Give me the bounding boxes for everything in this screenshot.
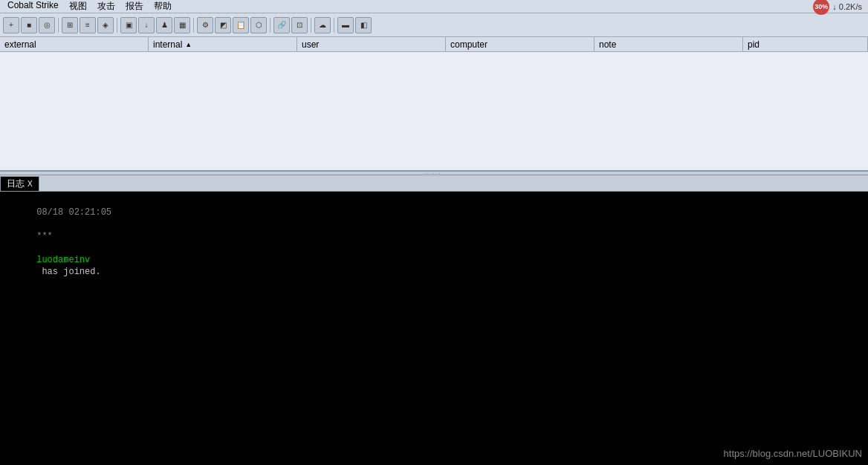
tab-log[interactable]: 日志 X	[0, 176, 39, 191]
toolbar-sep-1	[58, 18, 59, 33]
menu-help[interactable]: 帮助	[149, 0, 176, 13]
col-pid-label: pid	[748, 39, 760, 50]
toolbar-sep-6	[334, 18, 334, 33]
toolbar-cube-btn[interactable]: ◧	[355, 17, 372, 33]
app-window: Cobalt Strike 视图 攻击 报告 帮助 30% ↓ 0.2K/s +…	[0, 0, 868, 465]
col-pid[interactable]: pid	[743, 37, 868, 51]
col-external[interactable]: external	[0, 37, 149, 51]
toolbar-sep-5	[311, 18, 311, 33]
toolbar-cloud-btn[interactable]: ☁	[314, 17, 331, 33]
log-space-0	[36, 243, 42, 253]
col-computer[interactable]: computer	[446, 37, 595, 51]
col-internal-label: internal	[153, 39, 182, 50]
toolbar-stop-btn[interactable]: ■	[21, 17, 37, 33]
toolbar-screenshot-btn[interactable]: ▣	[120, 17, 137, 33]
toolbar-sep-4	[270, 18, 271, 33]
col-user-label: user	[302, 39, 319, 50]
col-internal[interactable]: internal ▲	[149, 37, 297, 51]
sort-arrow-internal: ▲	[185, 41, 192, 48]
log-prefix-0: ***	[36, 231, 53, 241]
toolbar-grid-btn[interactable]: ⊞	[62, 17, 78, 33]
toolbar-sep-2	[117, 18, 117, 33]
toolbar-box-btn[interactable]: ⊡	[291, 17, 308, 33]
toolbar-target-btn[interactable]: ◈	[97, 17, 114, 33]
toolbar-image-btn[interactable]: ▦	[174, 17, 190, 33]
toolbar-settings-btn[interactable]: ⚙	[197, 17, 213, 33]
toolbar: + ■ ◎ ⊞ ≡ ◈ ▣ ↓ ♟ ▦ ⚙ ◩ 📋 ⬡ 🔗 ⊡ ☁ ▬ ◧	[0, 13, 868, 37]
table-header: external internal ▲ user computer note p…	[0, 37, 868, 52]
menu-view[interactable]: 视图	[65, 0, 91, 13]
toolbar-bar-btn[interactable]: ▬	[337, 17, 354, 33]
toolbar-add-btn[interactable]: +	[3, 17, 19, 33]
log-star-0	[36, 219, 42, 230]
col-note-label: note	[599, 39, 616, 50]
toolbar-hex-btn[interactable]: ⬡	[250, 17, 267, 33]
net-circle: 30%	[813, 0, 829, 15]
network-indicator: 30% ↓ 0.2K/s	[807, 0, 868, 13]
col-external-label: external	[4, 39, 36, 50]
menu-report[interactable]: 报告	[121, 0, 148, 13]
menubar-items: Cobalt Strike 视图 攻击 报告 帮助	[3, 0, 176, 13]
log-line-0: 08/18 02:21:05 *** luodameinv has joined…	[4, 195, 864, 290]
toolbar-list-btn[interactable]: ≡	[80, 17, 96, 33]
menubar: Cobalt Strike 视图 攻击 报告 帮助 30% ↓ 0.2K/s	[0, 0, 868, 13]
toolbar-pivot-btn[interactable]: ♟	[156, 17, 172, 33]
toolbar-split-btn[interactable]: ◩	[215, 17, 231, 33]
log-username-0: luodameinv	[36, 255, 90, 265]
tab-log-close[interactable]: X	[27, 180, 33, 188]
menu-cobalt-strike[interactable]: Cobalt Strike	[3, 0, 63, 13]
tab-log-label: 日志	[7, 178, 25, 190]
col-computer-label: computer	[450, 39, 488, 50]
log-action-0: has joined.	[36, 267, 100, 277]
col-user[interactable]: user	[297, 37, 446, 51]
console-area[interactable]: 08/18 02:21:05 *** luodameinv has joined…	[0, 192, 868, 465]
col-note[interactable]: note	[595, 37, 743, 51]
toolbar-link-btn[interactable]: 🔗	[273, 17, 290, 33]
toolbar-download-btn[interactable]: ↓	[138, 17, 155, 33]
log-timestamp-0: 08/18 02:21:05	[36, 207, 111, 218]
tab-bar: 日志 X	[0, 175, 868, 192]
toolbar-headphone-btn[interactable]: ◎	[39, 17, 55, 33]
menu-attack[interactable]: 攻击	[93, 0, 120, 13]
net-speed: ↓ 0.2K/s	[832, 2, 862, 11]
main-content-area	[0, 52, 868, 171]
toolbar-clipboard-btn[interactable]: 📋	[233, 17, 249, 33]
toolbar-sep-3	[193, 18, 194, 33]
